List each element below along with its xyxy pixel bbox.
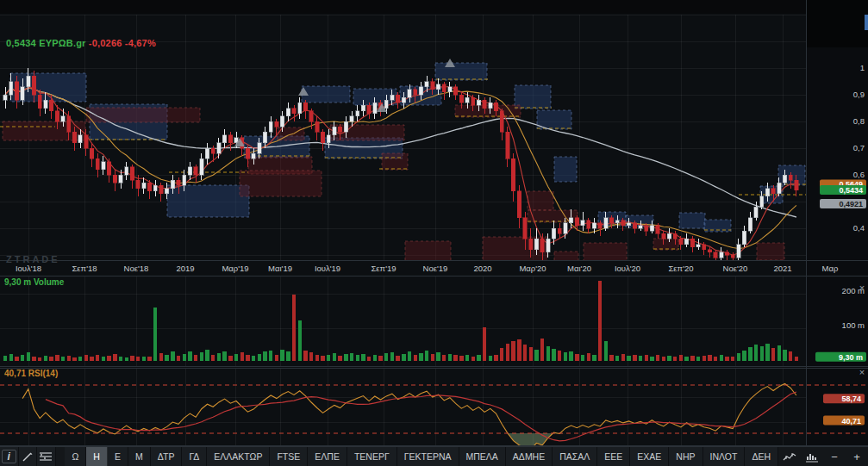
candle [15, 82, 18, 101]
candle [72, 132, 76, 142]
date-tick-label: Μαρ [822, 264, 839, 273]
candle [367, 105, 371, 113]
draw-icon-button[interactable] [19, 447, 38, 466]
volume-bar [731, 357, 734, 360]
rsi-pane-close-icon[interactable]: × [857, 367, 867, 377]
volume-bar [303, 351, 307, 361]
volume-bar [384, 353, 388, 360]
volume-bar [558, 351, 561, 361]
symbol-tab-ΔΤΡ[interactable]: ΔΤΡ [151, 447, 183, 466]
volume-bar [615, 356, 619, 360]
volume-bar [587, 353, 590, 361]
candle [153, 185, 157, 190]
candle [720, 252, 723, 258]
price-tick-label: 0,6 [853, 170, 865, 179]
volume-bar [125, 357, 128, 361]
timeframe-button-Ω[interactable]: Ω [65, 447, 86, 466]
candle [390, 95, 394, 100]
candle [309, 111, 313, 121]
volume-histogram-icon-button[interactable] [801, 447, 823, 466]
symbol-tab-ΕΧΑΕ[interactable]: ΕΧΑΕ [630, 447, 669, 466]
volume-bar [703, 356, 706, 361]
info-icon-button[interactable]: i [0, 447, 19, 466]
volume-last-badge-text: 9,30 m [839, 353, 863, 362]
candle [159, 185, 163, 193]
volume-pane-close-icon[interactable]: × [857, 283, 867, 293]
candle [402, 97, 405, 103]
volume-bar [228, 356, 232, 361]
volume-bar [679, 355, 683, 361]
symbol-tab-ΝΗΡ[interactable]: ΝΗΡ [669, 447, 703, 466]
candle [633, 223, 636, 228]
candle [61, 116, 65, 121]
candle [338, 127, 341, 132]
volume-bar [673, 357, 677, 361]
candle [171, 180, 174, 188]
demand-zone [240, 171, 322, 196]
timeframe-button-Ε[interactable]: Ε [108, 447, 128, 466]
volume-bar [720, 355, 723, 361]
timeframe-button-Μ[interactable]: Μ [128, 447, 151, 466]
volume-bar [165, 355, 168, 360]
demand-zone [757, 243, 784, 260]
supply-zone [515, 85, 551, 109]
date-tick-label: 2019 [176, 264, 194, 273]
candle [136, 180, 140, 188]
volume-bar [205, 350, 209, 361]
candle [748, 218, 752, 232]
volume-bar [402, 354, 405, 360]
candle [477, 100, 480, 105]
candle [183, 175, 186, 185]
symbol-tab-FTSE[interactable]: FTSE [270, 447, 308, 466]
candle [564, 223, 567, 233]
last-price-badge-text: 0,5434 [839, 186, 863, 195]
volume-bar [783, 350, 786, 361]
volume-bar [789, 351, 792, 361]
symbol-tab-ΓΔ[interactable]: ΓΔ [182, 447, 207, 466]
volume-bar [552, 349, 555, 361]
volume-bar [113, 354, 116, 361]
watchlist-icon-button[interactable] [37, 447, 56, 466]
compare-chart-icon-button[interactable] [778, 447, 801, 466]
candle [569, 218, 572, 223]
candle [511, 158, 515, 190]
symbol-tab-ΜΠΕΛΑ[interactable]: ΜΠΕΛΑ [459, 447, 506, 466]
candle [125, 167, 128, 175]
volume-bar [55, 355, 59, 361]
candle [384, 100, 388, 108]
volume-bar [529, 347, 533, 361]
volume-bar [49, 357, 53, 361]
symbol-tab-ΕΛΠΕ[interactable]: ΕΛΠΕ [308, 447, 347, 466]
symbol-tab-ΓΕΚΤΕΡΝΑ[interactable]: ΓΕΚΤΕΡΝΑ [397, 447, 459, 466]
symbol-tab-ΔΕΗ[interactable]: ΔΕΗ [745, 447, 778, 466]
timeframe-button-Η[interactable]: Η [86, 447, 108, 466]
volume-bar [459, 356, 463, 360]
symbol-tab-ΙΝΛΟΤ[interactable]: ΙΝΛΟΤ [703, 447, 746, 466]
candle [627, 223, 630, 226]
volume-bar [639, 356, 642, 360]
volume-bar [725, 357, 728, 361]
date-tick-label: Νοε'19 [423, 264, 448, 273]
volume-bar [275, 355, 278, 361]
candle [246, 148, 249, 158]
symbol-tab-ΕΕΕ[interactable]: ΕΕΕ [597, 447, 630, 466]
candle [286, 109, 290, 116]
candle [205, 148, 209, 158]
symbol-tab-ΠΑΣΑΛ[interactable]: ΠΑΣΑΛ [553, 447, 597, 466]
volume-bar [286, 351, 290, 361]
symbol-tab-ΑΔΜΗΕ[interactable]: ΑΔΜΗΕ [506, 447, 553, 466]
candle [592, 223, 596, 228]
volume-bar [523, 345, 527, 361]
volume-bar [708, 355, 711, 360]
candle [609, 218, 613, 223]
candle [598, 223, 602, 228]
candle [703, 245, 706, 250]
candle [292, 109, 296, 114]
candle [142, 183, 146, 188]
symbol-tab-ΤΕΝΕΡΓ[interactable]: ΤΕΝΕΡΓ [347, 447, 397, 466]
symbol-tab-ΕΛΛΑΚΤΩΡ[interactable]: ΕΛΛΑΚΤΩΡ [207, 447, 270, 466]
zoom-out-button[interactable]: − [823, 447, 846, 466]
zoom-in-button[interactable]: + [846, 447, 868, 466]
scrollbar-fragment[interactable] [865, 15, 868, 30]
candle [604, 218, 608, 228]
